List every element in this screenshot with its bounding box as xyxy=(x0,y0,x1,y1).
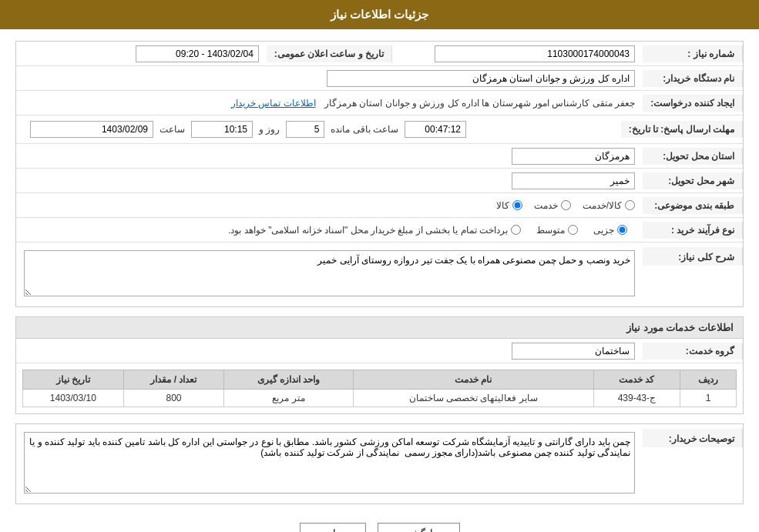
cell-date: 1403/03/10 xyxy=(23,390,124,407)
announce-label: تاریخ و ساعت اعلان عمومی: xyxy=(267,45,392,62)
page-title: جزئیات اطلاعات نیاز xyxy=(331,8,428,21)
content-area: شماره نیاز : تاریخ و ساعت اعلان عمومی: ن… xyxy=(0,29,759,532)
radio-jozi[interactable]: جزیی xyxy=(593,225,627,236)
jozi-label: جزیی xyxy=(593,225,614,236)
requester-label: ایجاد کننده درخواست: xyxy=(643,95,743,112)
cell-row: 1 xyxy=(680,390,737,407)
main-form: شماره نیاز : تاریخ و ساعت اعلان عمومی: ن… xyxy=(15,41,744,307)
description-value: خرید ونصب و حمل چمن مصنوعی همراه با یک ج… xyxy=(16,247,643,302)
row-requester: ایجاد کننده درخواست: جعفر متقی کارشناس ا… xyxy=(16,91,743,115)
radio-kala[interactable]: کالا xyxy=(496,200,522,211)
city-label: شهر محل تحویل: xyxy=(643,172,743,189)
row-buyer-org: نام دستگاه خریدار: xyxy=(16,66,743,91)
remaining-label: ساعت باقی مانده xyxy=(331,124,398,135)
table-row: 1 ج-43-439 سایر فعالیتهای تخصصی ساختمان … xyxy=(23,390,737,407)
purchase-type-label: نوع فرآیند خرید : xyxy=(643,222,743,239)
days-input[interactable] xyxy=(286,121,324,138)
radio-khedmat[interactable]: خدمت xyxy=(534,200,571,211)
requester-contact-link[interactable]: اطلاعات تماس خریدار xyxy=(231,98,316,109)
announce-input[interactable] xyxy=(136,45,259,62)
service-group-value xyxy=(16,340,643,363)
radio-kala-input[interactable] xyxy=(512,200,522,210)
radio-kala-khedmat-input[interactable] xyxy=(625,200,635,210)
service-group-label: گروه خدمت: xyxy=(643,343,743,360)
date-input[interactable] xyxy=(30,121,153,138)
buyer-notes-label: توصیحات خریدار: xyxy=(643,429,743,447)
page-header: جزئیات اطلاعات نیاز xyxy=(0,0,759,29)
buyer-org-input[interactable] xyxy=(327,70,635,87)
buyer-notes-value: چمن باید دارای گارانتی و تاییدیه آزمایشگ… xyxy=(16,429,643,499)
buyer-org-value xyxy=(16,67,643,90)
province-value xyxy=(16,145,643,168)
radio-khedmat-input[interactable] xyxy=(561,200,571,210)
kala-label: کالا xyxy=(496,200,509,211)
row-category: طبقه بندی موضوعی: کالا خدمت کالا/خدمت xyxy=(16,193,743,218)
col-service-code: کد خدمت xyxy=(593,370,680,390)
cell-service-code: ج-43-439 xyxy=(593,390,680,407)
need-number-input[interactable] xyxy=(435,45,635,62)
service-group-input[interactable] xyxy=(512,343,635,360)
motavaset-label: متوسط xyxy=(536,225,565,236)
table-header-row: ردیف کد خدمت نام خدمت واحد اندازه گیری ت… xyxy=(23,370,737,390)
row-purchase-type: نوع فرآیند خرید : جزیی متوسط برداخت تمام… xyxy=(16,218,743,243)
page-wrapper: جزئیات اطلاعات نیاز شماره نیاز : تاریخ و… xyxy=(0,0,759,532)
col-unit: واحد اندازه گیری xyxy=(224,370,353,390)
row-date-time: مهلت ارسال پاسخ: تا تاریخ: ساعت روز و سا… xyxy=(16,115,743,144)
radio-kala-khedmat[interactable]: کالا/خدمت xyxy=(583,200,635,211)
need-number-value xyxy=(392,42,643,65)
description-label: شرح کلی نیاز: xyxy=(643,247,743,266)
days-label: روز و xyxy=(259,124,280,135)
description-textarea[interactable]: خرید ونصب و حمل چمن مصنوعی همراه با یک ج… xyxy=(24,250,635,296)
col-quantity: تعداد / مقدار xyxy=(123,370,224,390)
requester-value: جعفر متقی کارشناس امور شهرستان ها اداره … xyxy=(16,95,643,112)
row-province: استان محل تحویل: xyxy=(16,144,743,169)
khedmat-label: خدمت xyxy=(534,200,558,211)
buyer-notes-textarea[interactable]: چمن باید دارای گارانتی و تاییدیه آزمایشگ… xyxy=(24,432,635,494)
services-table-wrapper: ردیف کد خدمت نام خدمت واحد اندازه گیری ت… xyxy=(16,363,743,413)
announce-value xyxy=(16,42,267,65)
cell-quantity: 800 xyxy=(123,390,224,407)
services-title: اطلاعات خدمات مورد نیاز xyxy=(16,317,743,339)
category-label: طبقه بندی موضوعی: xyxy=(643,197,743,214)
date-fields: ساعت روز و ساعت باقی مانده xyxy=(16,115,621,143)
cell-service-name: سایر فعالیتهای تخصصی ساختمان xyxy=(353,390,593,407)
cell-unit: متر مربع xyxy=(224,390,353,407)
time-label: ساعت xyxy=(160,124,185,135)
col-date: تاریخ نیاز xyxy=(23,370,124,390)
time-input[interactable] xyxy=(191,121,253,138)
button-row: بازگشت چاپ xyxy=(15,514,744,532)
row-buyer-notes: توصیحات خریدار: چمن باید دارای گارانتی و… xyxy=(16,424,743,504)
radio-jozi-input[interactable] xyxy=(617,225,627,235)
date-label: مهلت ارسال پاسخ: تا تاریخ: xyxy=(621,121,743,138)
radio-pardakht-input[interactable] xyxy=(511,225,521,235)
row-city: شهر محل تحویل: xyxy=(16,169,743,193)
pardakht-label: برداخت تمام یا بخشی از مبلغ خریدار محل "… xyxy=(228,225,508,236)
radio-motavaset[interactable]: متوسط xyxy=(536,225,578,236)
col-service-name: نام خدمت xyxy=(353,370,593,390)
buyer-org-label: نام دستگاه خریدار: xyxy=(643,70,743,87)
category-value: کالا خدمت کالا/خدمت xyxy=(16,197,643,214)
back-button[interactable]: بازگشت xyxy=(378,523,460,532)
city-input[interactable] xyxy=(512,172,635,189)
province-input[interactable] xyxy=(512,148,635,165)
city-value xyxy=(16,169,643,192)
row-need-number: شماره نیاز : تاریخ و ساعت اعلان عمومی: xyxy=(16,42,743,66)
radio-motavaset-input[interactable] xyxy=(568,225,578,235)
remaining-input[interactable] xyxy=(405,121,466,138)
kala-khedmat-label: کالا/خدمت xyxy=(583,200,622,211)
purchase-type-value: جزیی متوسط برداخت تمام یا بخشی از مبلغ خ… xyxy=(16,219,643,242)
print-button[interactable]: چاپ xyxy=(300,523,366,532)
province-label: استان محل تحویل: xyxy=(643,148,743,165)
radio-pardakht: برداخت تمام یا بخشی از مبلغ خریدار محل "… xyxy=(228,225,521,236)
buyer-notes-section: توصیحات خریدار: چمن باید دارای گارانتی و… xyxy=(15,423,744,504)
services-table: ردیف کد خدمت نام خدمت واحد اندازه گیری ت… xyxy=(22,370,737,407)
need-number-label: شماره نیاز : xyxy=(643,45,743,62)
row-description: شرح کلی نیاز: خرید ونصب و حمل چمن مصنوعی… xyxy=(16,243,743,306)
requester-text: جعفر متقی کارشناس امور شهرستان ها اداره … xyxy=(324,98,635,109)
col-row: ردیف xyxy=(680,370,737,390)
services-section: اطلاعات خدمات مورد نیاز گروه خدمت: ردیف … xyxy=(15,316,744,414)
row-service-group: گروه خدمت: xyxy=(16,339,743,363)
